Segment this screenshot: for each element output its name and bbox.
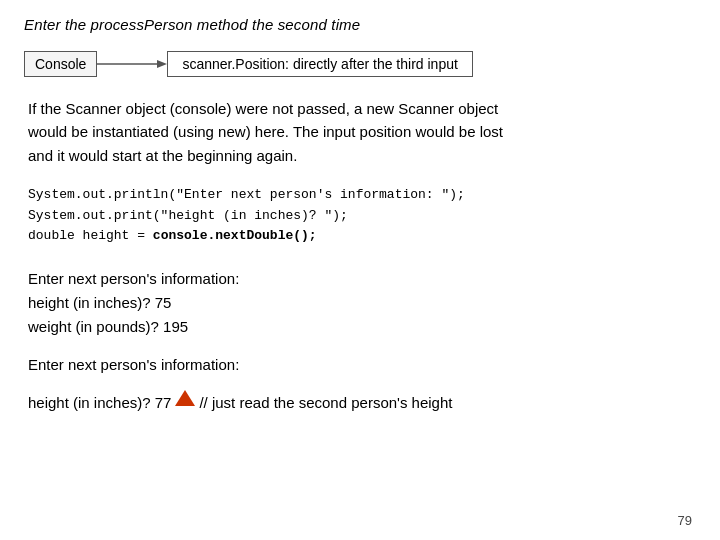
desc-line3: and it would start at the beginning agai… (28, 147, 297, 164)
page-number: 79 (678, 513, 692, 528)
output2-line2-prefix: height (in inches)? 77 (28, 391, 171, 415)
page-title: Enter the processPerson method the secon… (24, 16, 696, 33)
console-output-1: Enter next person's information: height … (28, 267, 696, 339)
code-block: System.out.println("Enter next person's … (28, 185, 696, 247)
desc-line2: would be instantiated (using new) here. … (28, 123, 503, 140)
page-content: Enter the processPerson method the secon… (0, 0, 720, 435)
output2-line2-row: height (in inches)? 77 // just read the … (28, 391, 696, 415)
console-row: Console scanner.Position: directly after… (24, 51, 696, 77)
arrow-connector-icon (97, 54, 167, 74)
description-text: If the Scanner object (console) were not… (28, 97, 696, 167)
console-box: Console (24, 51, 97, 77)
output1-line3: weight (in pounds)? 195 (28, 315, 696, 339)
code-line1: System.out.println("Enter next person's … (28, 185, 696, 206)
output1-line2: height (in inches)? 75 (28, 291, 696, 315)
code-line2: System.out.print("height (in inches)? ")… (28, 206, 696, 227)
console-output-2: Enter next person's information: height … (24, 353, 696, 415)
connector-line (97, 54, 167, 74)
code-line3: double height = console.nextDouble(); (28, 226, 696, 247)
code-line3-bold: console.nextDouble(); (153, 228, 317, 243)
output2-line2-suffix: // just read the second person's height (199, 391, 452, 415)
svg-marker-1 (157, 60, 167, 68)
code-line3-prefix: double height = (28, 228, 153, 243)
desc-line1: If the Scanner object (console) were not… (28, 100, 498, 117)
scanner-position-box: scanner.Position: directly after the thi… (167, 51, 472, 77)
triangle-icon (175, 390, 195, 406)
output1-line1: Enter next person's information: (28, 267, 696, 291)
output2-line1: Enter next person's information: (28, 353, 696, 377)
